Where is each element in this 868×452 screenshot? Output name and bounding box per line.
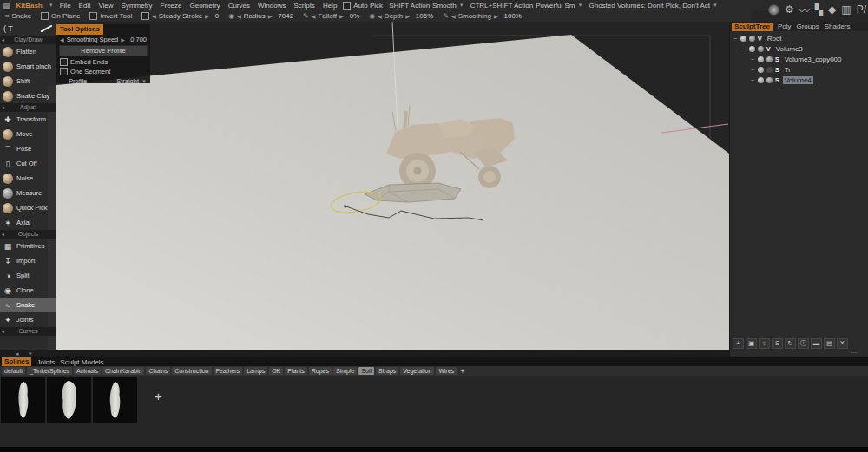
remove-profile-button[interactable]: Remove Profile <box>59 45 148 56</box>
strip-left-arrow-icon[interactable]: ◂ <box>16 350 19 357</box>
arrow-left-icon[interactable]: ◀ <box>152 13 156 19</box>
section-header-objects[interactable]: ◂Objects <box>0 230 56 239</box>
tab-groups[interactable]: Groups <box>796 23 819 30</box>
tool-transform[interactable]: ✚Transform <box>0 112 56 127</box>
tab-sculpttree[interactable]: SculptTree <box>732 23 773 31</box>
category-default[interactable]: default <box>2 367 25 375</box>
tool-options-tab[interactable]: Tool Options <box>56 24 103 35</box>
category-chainkarabin[interactable]: ChainKarabin <box>102 367 144 375</box>
tool-snake[interactable]: ≈Snake <box>0 298 56 312</box>
arrow-right-icon[interactable]: ▶ <box>268 13 273 19</box>
strip-down-arrow-icon[interactable]: ▾ <box>29 350 32 357</box>
collapse-icon[interactable]: − <box>742 45 746 53</box>
tool-quick-pick[interactable]: Quick Pick <box>0 200 56 215</box>
falloff-control[interactable]: ✎◀Falloff▶0% <box>303 12 359 20</box>
collapse-icon[interactable]: − <box>751 56 755 63</box>
category-plants[interactable]: Plants <box>285 367 306 375</box>
arrow-left-icon[interactable]: ◀ <box>237 13 241 19</box>
category-simple[interactable]: Simple <box>333 367 357 375</box>
category--tinkersplines[interactable]: _TinkerSplines <box>27 367 72 375</box>
menu-curves[interactable]: Curves <box>228 2 250 10</box>
tool-split[interactable]: ◑Split <box>0 268 56 283</box>
category-wires[interactable]: Wires <box>436 367 457 375</box>
profile-dropdown[interactable]: Profile Straight ▼ <box>56 76 150 86</box>
depth-control[interactable]: ◉◀Depth▶105% <box>369 12 433 20</box>
volume-name[interactable]: Volume4 <box>783 76 813 84</box>
collapse-icon[interactable]: − <box>733 35 738 43</box>
one-segment-checkbox[interactable]: One Segment <box>56 67 150 76</box>
section-header-curves[interactable]: ◂Curves <box>0 327 56 336</box>
tool-axial[interactable]: ✶Axial <box>0 215 56 230</box>
bucket-pour-icon[interactable]: ◆ <box>828 3 836 16</box>
soft-brush-icon[interactable] <box>768 4 779 16</box>
tab-splines[interactable]: Splines <box>2 357 31 366</box>
paint-brush-icon[interactable]: P/ <box>857 3 866 16</box>
tab-joints[interactable]: Joints <box>36 358 55 366</box>
tool-pose[interactable]: ⌒Pose <box>0 141 56 156</box>
radius-control[interactable]: ◉◀Radius▶7042 <box>228 12 293 20</box>
tab-poly[interactable]: Poly <box>778 23 792 30</box>
panel-overflow-icon[interactable]: ··· <box>730 349 868 357</box>
tool-move[interactable]: Move <box>0 127 56 141</box>
tool-flatten[interactable]: Flatten <box>0 44 56 59</box>
delete-icon[interactable]: ✕ <box>837 338 848 349</box>
arrow-left-icon[interactable]: ◀ <box>60 36 64 43</box>
tab-sculpt-models[interactable]: Sculpt Models <box>60 358 103 366</box>
menu-symmetry[interactable]: Symmetry <box>122 2 153 10</box>
spline-thumbnail-3[interactable] <box>93 377 137 423</box>
file-icon[interactable]: ▤ <box>824 338 835 349</box>
sphere-icon[interactable]: ○ <box>759 338 770 349</box>
category-animals[interactable]: Animals <box>74 367 101 375</box>
tool-import[interactable]: ↧Import <box>0 253 56 268</box>
menu-help[interactable]: Help <box>323 2 337 10</box>
volume-name[interactable]: Tr <box>783 66 792 74</box>
arrow-right-icon[interactable]: ▶ <box>121 36 125 43</box>
menu-freeze[interactable]: Freeze <box>161 2 182 10</box>
tool-shift[interactable]: Shift <box>0 74 56 88</box>
arrow-right-icon[interactable]: ▶ <box>494 13 498 19</box>
visibility-eye-icon[interactable] <box>758 77 764 83</box>
collapse-icon[interactable]: − <box>751 66 755 74</box>
ghost-toggle-icon[interactable] <box>758 46 764 52</box>
tab-shaders[interactable]: Shaders <box>825 23 851 30</box>
visibility-eye-icon[interactable] <box>758 56 764 62</box>
tool-measure[interactable]: Measure <box>0 186 56 200</box>
category-soil[interactable]: Soil <box>358 367 374 375</box>
tool-primitives[interactable]: ▦Primitives <box>0 239 56 253</box>
tree-row-root[interactable]: −VRoot <box>730 33 868 43</box>
buckets-icon[interactable]: ▥ <box>841 3 851 16</box>
ctrl-shift-action-dropdown[interactable]: CTRL+SHIFT Action Powerful Sm ▼ <box>470 2 583 10</box>
workspace-dropdown[interactable]: KitBash <box>16 2 43 10</box>
add-category-button[interactable]: + <box>460 367 464 376</box>
arrow-right-icon[interactable]: ▶ <box>339 13 344 19</box>
spline-thumbnail-2[interactable] <box>47 377 91 423</box>
arrow-left-icon[interactable]: ◀ <box>378 13 382 19</box>
rotate-icon[interactable]: ↻ <box>785 338 796 349</box>
smoothing-control[interactable]: ✎◀Smoothing▶100% <box>443 12 522 20</box>
ghost-toggle-icon[interactable] <box>766 56 773 62</box>
smooth-icon[interactable]: S <box>772 338 783 349</box>
embed-ends-checkbox[interactable]: Embed Ends <box>56 57 150 67</box>
arrow-right-icon[interactable]: ▶ <box>205 13 209 19</box>
auto-pick-checkbox[interactable]: Auto Pick <box>343 2 383 10</box>
spline-thumbnail-1[interactable] <box>1 377 45 423</box>
menu-geometry[interactable]: Geometry <box>190 2 220 10</box>
layer-icon[interactable]: ▬ <box>811 338 822 349</box>
category-straps[interactable]: Straps <box>376 367 398 375</box>
menu-view[interactable]: View <box>98 2 113 10</box>
tool-cut-off[interactable]: ▯Cut Off <box>0 156 56 171</box>
visibility-eye-icon[interactable] <box>758 67 764 73</box>
visibility-eye-icon[interactable] <box>749 46 755 52</box>
category-vegetation[interactable]: Vegetation <box>400 367 434 375</box>
visibility-eye-icon[interactable] <box>740 36 746 42</box>
category-ropes[interactable]: Ropes <box>309 367 332 375</box>
volume-name[interactable]: Root <box>766 35 784 43</box>
tree-row-volume3[interactable]: −VVolume3 <box>730 43 868 54</box>
tool-clone[interactable]: ◉Clone <box>0 283 56 298</box>
invert-tool-control[interactable]: Invert Tool <box>89 12 132 20</box>
section-header-adjust[interactable]: ◂Adjust <box>0 103 56 112</box>
steady-stroke-control[interactable]: ◀Steady Stroke▶0 <box>141 12 219 20</box>
menu-windows[interactable]: Windows <box>258 2 286 10</box>
category-construction[interactable]: Construction <box>172 367 211 375</box>
arrow-right-icon[interactable]: ▶ <box>405 13 410 19</box>
